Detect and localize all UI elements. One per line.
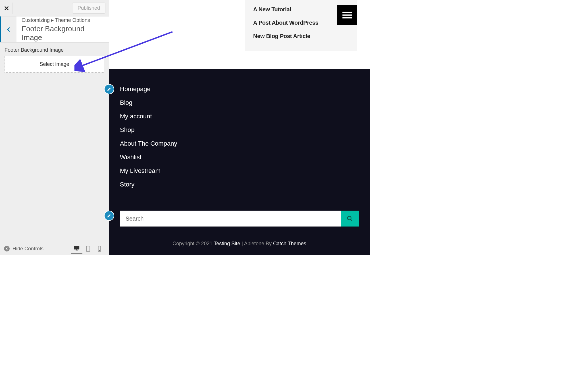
recent-post-item[interactable]: A New Tutorial xyxy=(253,3,349,16)
control-label: Footer Background Image xyxy=(5,47,104,53)
tablet-icon xyxy=(85,246,91,252)
copyright-mid: | Abletone By xyxy=(240,241,273,246)
footer-nav-item[interactable]: Homepage xyxy=(120,82,359,96)
mobile-preview-button[interactable] xyxy=(94,243,105,254)
desktop-preview-button[interactable] xyxy=(71,243,82,254)
mobile-icon xyxy=(96,246,103,252)
close-button[interactable] xyxy=(1,3,13,14)
hamburger-icon xyxy=(342,12,352,18)
desktop-icon xyxy=(74,245,80,251)
close-icon xyxy=(4,6,9,11)
customizer-topbar: Published xyxy=(0,0,109,16)
copyright-theme-link[interactable]: Catch Themes xyxy=(273,241,306,246)
tablet-preview-button[interactable] xyxy=(82,243,94,254)
breadcrumb-separator: ▸ xyxy=(51,17,54,23)
edit-shortcut-button[interactable] xyxy=(104,84,114,94)
hide-controls-label: Hide Controls xyxy=(13,246,43,252)
breadcrumb-section: Theme Options xyxy=(55,17,90,23)
site-footer: Homepage Blog My account Shop About The … xyxy=(109,69,370,255)
publish-button[interactable]: Published xyxy=(72,3,105,14)
copyright-site-link[interactable]: Testing Site xyxy=(214,241,240,246)
breadcrumb-root: Customizing xyxy=(22,17,50,23)
footer-nav-item[interactable]: Wishlist xyxy=(120,150,359,164)
footer-search xyxy=(120,211,359,227)
edit-shortcut-button[interactable] xyxy=(104,211,114,221)
collapse-icon xyxy=(4,246,10,251)
breadcrumb: Customizing ▸ Theme Options xyxy=(22,17,104,23)
footer-nav-item[interactable]: My account xyxy=(120,110,359,123)
recent-post-item[interactable]: New Blog Post Article xyxy=(253,30,349,43)
recent-post-item[interactable]: A Post About WordPress xyxy=(253,16,349,30)
select-image-button[interactable]: Select image xyxy=(5,56,104,73)
panel-title: Footer Background Image xyxy=(22,24,104,42)
svg-rect-0 xyxy=(74,246,79,249)
chevron-left-icon xyxy=(6,27,12,32)
svg-point-4 xyxy=(88,250,88,251)
hide-controls-button[interactable]: Hide Controls xyxy=(4,246,71,252)
panel-header: Customizing ▸ Theme Options Footer Backg… xyxy=(0,16,109,43)
footer-nav-item[interactable]: My Livestream xyxy=(120,164,359,178)
customizer-bottom-bar: Hide Controls xyxy=(0,242,109,255)
svg-point-6 xyxy=(99,250,100,251)
hamburger-menu-button[interactable] xyxy=(337,5,357,25)
search-button[interactable] xyxy=(341,211,359,227)
footer-nav-item[interactable]: About The Company xyxy=(120,137,359,150)
controls-area: Footer Background Image Select image xyxy=(0,43,109,77)
footer-nav: Homepage Blog My account Shop About The … xyxy=(120,82,359,191)
search-input[interactable] xyxy=(120,211,341,227)
pencil-icon xyxy=(107,87,111,91)
preview-pane: A New Tutorial A Post About WordPress Ne… xyxy=(109,0,370,255)
svg-rect-2 xyxy=(76,249,77,250)
back-button[interactable] xyxy=(0,16,16,42)
footer-copyright: Copyright © 2021 Testing Site | Abletone… xyxy=(109,241,370,247)
search-icon xyxy=(347,215,353,222)
footer-nav-item[interactable]: Blog xyxy=(120,96,359,110)
svg-point-7 xyxy=(348,216,351,220)
footer-nav-item[interactable]: Shop xyxy=(120,123,359,137)
copyright-prefix: Copyright © 2021 xyxy=(172,241,214,246)
footer-nav-item[interactable]: Story xyxy=(120,178,359,191)
customizer-sidebar: Published Customizing ▸ Theme Options Fo… xyxy=(0,0,109,242)
panel-header-text: Customizing ▸ Theme Options Footer Backg… xyxy=(16,16,109,42)
pencil-icon xyxy=(107,213,111,218)
